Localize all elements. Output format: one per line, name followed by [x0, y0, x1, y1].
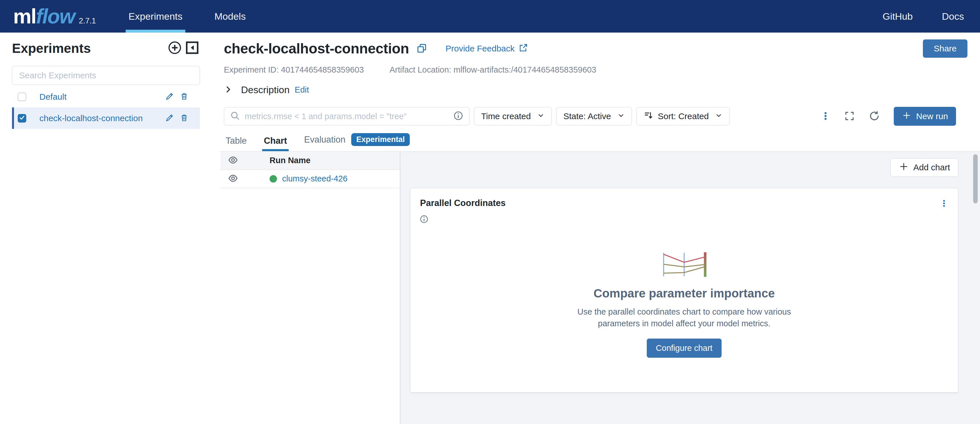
runs-filter-input[interactable] — [245, 112, 453, 121]
parallel-coordinates-card: Parallel Coordinates — [410, 188, 958, 392]
kebab-menu-icon — [821, 111, 830, 122]
experiment-id-label: Experiment ID: — [224, 65, 279, 74]
kebab-menu-icon — [940, 199, 948, 209]
experiment-row-default[interactable]: Default — [12, 86, 200, 107]
nav-item-models[interactable]: Models — [212, 0, 249, 33]
artifact-location-label: Artifact Location: — [390, 65, 451, 74]
delete-experiment-button[interactable] — [180, 113, 188, 123]
mlflow-logo[interactable]: mlflow 2.7.1 — [13, 5, 96, 28]
runs-toolbar: Time created State: Active Sort: Created — [211, 107, 980, 126]
run-status-icon — [270, 175, 277, 183]
chart-info-icon[interactable] — [420, 215, 429, 225]
eye-icon — [228, 155, 238, 166]
chart-card-title: Parallel Coordinates — [420, 198, 506, 208]
artifact-location-value: mlflow-artifacts:/401744654858359603 — [453, 65, 596, 74]
runs-table-header: Run Name — [220, 151, 400, 170]
view-tabs: Table Chart Evaluation Experimental — [211, 133, 980, 151]
pencil-icon — [165, 113, 174, 123]
state-dropdown[interactable]: State: Active — [556, 107, 632, 126]
experiments-list: Default — [12, 86, 200, 129]
refresh-icon — [869, 110, 880, 123]
nav-item-docs[interactable]: Docs — [939, 11, 967, 22]
logo-text-ml: ml — [13, 5, 36, 28]
plus-circle-icon — [167, 40, 182, 56]
toggle-visibility-all-button[interactable] — [228, 155, 238, 166]
sort-descending-icon — [644, 111, 653, 122]
charts-panel: Add chart Parallel Coordinates — [400, 151, 980, 424]
new-run-button[interactable]: New run — [894, 107, 956, 126]
tab-chart[interactable]: Chart — [262, 136, 289, 151]
nav-item-experiments[interactable]: Experiments — [126, 0, 185, 33]
sort-dropdown[interactable]: Sort: Created — [636, 107, 730, 126]
experiment-link[interactable]: Default — [40, 92, 67, 102]
sort-label: Sort: Created — [658, 112, 709, 121]
chevron-right-icon — [224, 85, 232, 95]
fullscreen-button[interactable] — [844, 111, 855, 122]
more-options-button[interactable] — [821, 111, 830, 122]
description-edit-link[interactable]: Edit — [295, 85, 309, 94]
trash-icon — [180, 113, 188, 123]
configure-chart-button[interactable]: Configure chart — [647, 339, 722, 358]
run-name-link[interactable]: clumsy-steed-426 — [282, 174, 347, 183]
chevron-down-icon — [537, 112, 544, 121]
create-experiment-button[interactable] — [167, 40, 182, 56]
pencil-icon — [165, 92, 174, 102]
experiment-row-check-localhost-connection[interactable]: check-localhost-connection — [12, 107, 200, 129]
search-icon — [230, 111, 240, 122]
search-experiments-input[interactable] — [12, 66, 200, 85]
top-navbar: mlflow 2.7.1 Experiments Models GitHub D… — [0, 0, 980, 33]
rename-experiment-button[interactable] — [165, 92, 174, 102]
artifact-location: Artifact Location: mlflow-artifacts:/401… — [390, 65, 596, 75]
new-run-label: New run — [916, 112, 948, 121]
page-title: check-localhost-connection — [224, 40, 409, 57]
experiment-main-view: check-localhost-connection Provide Feedb… — [211, 33, 980, 424]
plus-icon — [902, 111, 912, 122]
experimental-badge: Experimental — [351, 133, 410, 146]
experiment-checkbox-checked[interactable] — [18, 114, 26, 123]
time-created-dropdown[interactable]: Time created — [474, 107, 552, 126]
description-section[interactable]: Description Edit — [224, 84, 967, 96]
chevron-down-icon — [617, 112, 625, 121]
refresh-button[interactable] — [869, 110, 880, 123]
add-chart-button[interactable]: Add chart — [890, 158, 958, 177]
chart-card-menu-button[interactable] — [940, 199, 948, 209]
chart-empty-state-heading: Compare parameter importance — [593, 287, 775, 300]
version-label: 2.7.1 — [79, 17, 96, 26]
description-label: Description — [241, 84, 290, 96]
primary-nav: Experiments Models — [126, 0, 275, 33]
runs-table: Run Name clumsy-steed-426 — [220, 151, 400, 424]
external-link-icon — [519, 43, 528, 54]
experiment-checkbox[interactable] — [18, 92, 26, 101]
state-label: State: Active — [563, 112, 611, 121]
nav-item-github[interactable]: GitHub — [880, 11, 916, 22]
checkmark-icon — [19, 115, 25, 122]
filter-info-icon[interactable] — [453, 111, 463, 122]
tab-evaluation-label: Evaluation — [304, 135, 345, 145]
chevron-down-icon — [715, 112, 722, 121]
table-row[interactable]: clumsy-steed-426 — [220, 170, 400, 188]
toggle-visibility-button[interactable] — [228, 173, 238, 184]
vertical-scrollbar[interactable] — [973, 154, 978, 203]
chart-empty-state-description: Use the parallel coordinates chart to co… — [556, 306, 813, 330]
copy-icon — [416, 43, 427, 54]
column-header-run-name: Run Name — [270, 156, 310, 165]
collapse-sidebar-button[interactable] — [185, 40, 200, 56]
collapse-panel-icon — [185, 40, 200, 56]
experiments-sidebar: Experiments — [0, 33, 211, 424]
experiment-link[interactable]: check-localhost-connection — [40, 113, 143, 123]
runs-filter-box — [224, 107, 469, 126]
copy-title-button[interactable] — [416, 43, 427, 54]
rename-experiment-button[interactable] — [165, 113, 174, 123]
logo-text-flow: flow — [36, 5, 75, 28]
sidebar-title: Experiments — [12, 41, 91, 56]
provide-feedback-link[interactable]: Provide Feedback — [445, 43, 528, 54]
delete-experiment-button[interactable] — [180, 92, 188, 102]
plus-icon — [899, 161, 909, 174]
secondary-nav: GitHub Docs — [856, 11, 967, 22]
tab-evaluation[interactable]: Evaluation Experimental — [302, 133, 412, 151]
share-button[interactable]: Share — [923, 40, 967, 58]
experiment-id: Experiment ID: 401744654858359603 — [224, 65, 364, 75]
parallel-coordinates-illustration — [662, 252, 707, 279]
tab-table[interactable]: Table — [224, 136, 248, 151]
fullscreen-icon — [844, 111, 855, 122]
